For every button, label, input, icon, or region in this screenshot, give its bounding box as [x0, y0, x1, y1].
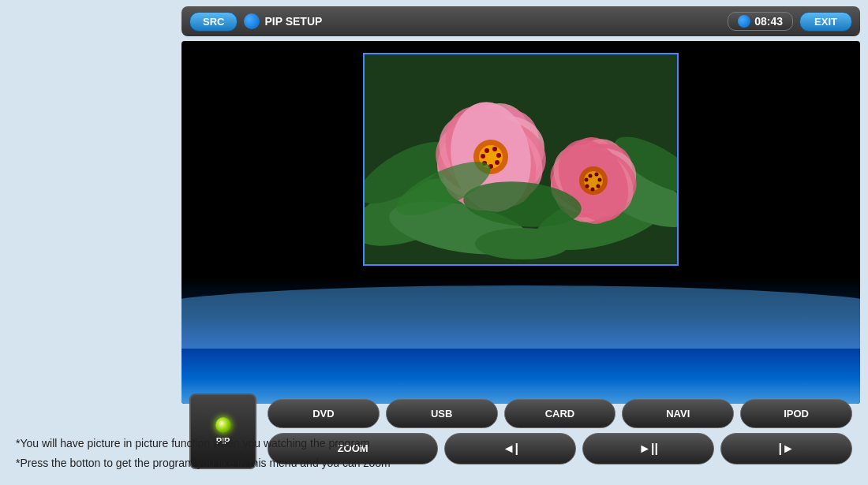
globe-icon [244, 13, 260, 29]
pip-light-icon [215, 417, 231, 433]
svg-point-19 [492, 147, 497, 151]
svg-point-34 [589, 174, 593, 178]
pip-setup-label: PIP SETUP [264, 15, 322, 28]
svg-point-35 [595, 173, 599, 177]
video-panel [181, 41, 860, 404]
svg-point-36 [598, 178, 602, 182]
src-button[interactable]: SRC [189, 12, 238, 32]
pip-video-frame [363, 53, 679, 266]
svg-point-21 [495, 160, 499, 165]
svg-point-40 [585, 178, 589, 182]
svg-point-18 [485, 148, 489, 153]
text-notes: *You will have picture in picture functi… [16, 434, 687, 473]
svg-point-20 [496, 153, 501, 158]
time-globe-icon [738, 15, 750, 28]
earth-background [181, 278, 860, 404]
svg-point-7 [475, 228, 570, 259]
ipod-button[interactable]: IPOD [740, 399, 852, 428]
pip-setup-area: PIP SETUP [244, 13, 721, 29]
svg-point-37 [597, 185, 600, 188]
time-badge: 08:43 [728, 12, 793, 31]
svg-point-38 [591, 188, 595, 192]
flower-svg [365, 54, 679, 266]
navi-button[interactable]: NAVI [622, 399, 734, 428]
exit-button[interactable]: EXIT [799, 12, 852, 32]
main-container: SRC PIP SETUP 08:43 EXIT [0, 0, 868, 485]
usb-button[interactable]: USB [386, 399, 498, 428]
forward-button[interactable]: |► [720, 433, 852, 464]
note-2: *Press the botton to get the program you… [16, 453, 687, 473]
note-1: *You will have picture in picture functi… [16, 434, 687, 453]
earth-curve [181, 285, 860, 349]
time-display: 08:43 [754, 15, 783, 28]
svg-point-39 [586, 185, 589, 188]
card-button[interactable]: CARD [504, 399, 616, 428]
top-bar: SRC PIP SETUP 08:43 EXIT [181, 6, 860, 36]
dvd-button[interactable]: DVD [268, 399, 380, 428]
svg-point-24 [481, 154, 485, 159]
